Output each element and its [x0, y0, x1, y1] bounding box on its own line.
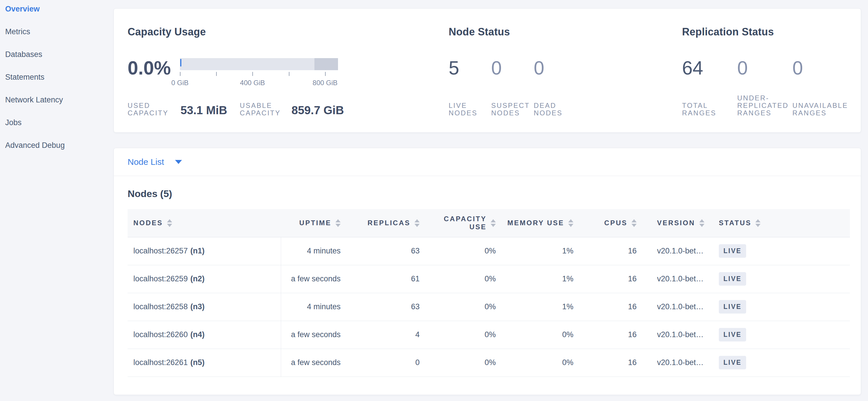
capacity-stats: USED CAPACITY 53.1 MiB USABLE CAPACITY 8…	[128, 99, 344, 117]
cluster-summary-card: Capacity Usage 0.0% 0 GiB 400 GiB 800 Gi…	[114, 8, 861, 133]
uptime-cell: a few seconds	[281, 265, 349, 293]
sort-icon	[631, 219, 637, 227]
used-capacity-tick	[180, 59, 181, 66]
version-cell: v20.1.0-bet…	[645, 237, 711, 265]
live-nodes-label: LIVE NODES	[449, 102, 477, 117]
column-label: STATUS	[719, 219, 751, 227]
memory-use-cell: 1%	[504, 293, 582, 321]
chevron-down-icon	[175, 160, 182, 164]
table-row-node-4[interactable]: localhost:26260(n4) a few seconds 4 0% 0…	[128, 321, 850, 349]
sort-icon	[568, 219, 574, 227]
capacity-axis-labels: 0 GiB 400 GiB 800 GiB	[180, 79, 338, 87]
capacity-meter	[180, 58, 338, 70]
sidebar-item-metrics[interactable]: Metrics	[5, 25, 108, 48]
column-header-capacity-use[interactable]: CAPACITY USE	[428, 209, 504, 237]
dead-nodes-count: 0	[534, 57, 545, 79]
column-header-version[interactable]: VERSION	[645, 209, 711, 237]
version-cell: v20.1.0-bet…	[645, 321, 711, 349]
status-badge: LIVE	[719, 300, 746, 314]
capacity-used-percent: 0.0%	[128, 57, 171, 79]
replication-status-section: Replication Status 64 0 0 TOTAL RANGES U…	[682, 9, 855, 132]
column-header-uptime[interactable]: UPTIME	[281, 209, 349, 237]
sidebar-item-network-latency[interactable]: Network Latency	[5, 93, 108, 116]
column-label: CPUS	[604, 219, 627, 227]
table-row-node-3[interactable]: localhost:26258(n3) 4 minutes 63 0% 1% 1…	[128, 293, 850, 321]
capacity-use-cell: 0%	[428, 349, 504, 376]
replicas-cell: 4	[349, 321, 428, 349]
unavailable-ranges-count: 0	[793, 57, 803, 79]
suspect-nodes-label: SUSPECT NODES	[491, 102, 530, 117]
capacity-use-cell: 0%	[428, 265, 504, 293]
column-header-nodes[interactable]: NODES	[128, 209, 281, 237]
cpus-cell: 16	[582, 349, 645, 376]
nodes-heading: Nodes (5)	[128, 188, 847, 199]
live-nodes-count: 5	[449, 57, 459, 79]
replicas-cell: 61	[349, 265, 428, 293]
capacity-usage-title: Capacity Usage	[128, 26, 206, 38]
node-address-link[interactable]: localhost:26258	[133, 302, 188, 311]
uptime-cell: a few seconds	[281, 321, 349, 349]
node-list-dropdown[interactable]: Node List	[114, 148, 861, 176]
node-id: (n5)	[190, 358, 205, 367]
cpus-cell: 16	[582, 293, 645, 321]
node-id: (n2)	[190, 275, 205, 283]
total-ranges-label: TOTAL RANGES	[682, 102, 716, 117]
memory-use-cell: 1%	[504, 265, 582, 293]
node-list-dropdown-label: Node List	[128, 157, 164, 167]
capacity-meter-other-segment	[314, 58, 338, 70]
capacity-use-cell: 0%	[428, 321, 504, 349]
column-header-cpus[interactable]: CPUS	[582, 209, 645, 237]
nodes-card: Node List Nodes (5) NODES UPTIME REPLIC	[114, 148, 861, 395]
table-row-node-1[interactable]: localhost:26257(n1) 4 minutes 63 0% 1% 1…	[128, 237, 850, 265]
uptime-cell: 4 minutes	[281, 293, 349, 321]
column-header-memory-use[interactable]: MEMORY USE	[504, 209, 582, 237]
replicas-cell: 63	[349, 237, 428, 265]
sidebar-item-databases[interactable]: Databases	[5, 48, 108, 70]
column-label: CAPACITY USE	[436, 215, 487, 231]
column-label: REPLICAS	[368, 219, 410, 227]
version-cell: v20.1.0-bet…	[645, 349, 711, 376]
version-cell: v20.1.0-bet…	[645, 265, 711, 293]
sort-icon	[699, 219, 705, 227]
node-address-link[interactable]: localhost:26257	[133, 247, 188, 255]
sort-icon	[414, 219, 420, 227]
sidebar-item-advanced-debug[interactable]: Advanced Debug	[5, 139, 108, 161]
uptime-cell: a few seconds	[281, 349, 349, 376]
column-header-replicas[interactable]: REPLICAS	[349, 209, 428, 237]
unavailable-ranges-label: UNAVAILABLE RANGES	[793, 102, 848, 117]
sidebar: Overview Metrics Databases Statements Ne…	[0, 2, 108, 161]
axis-label-800gib: 800 GiB	[313, 79, 338, 87]
nodes-table-header-row: NODES UPTIME REPLICAS CAPACITY USE MEMOR…	[128, 209, 850, 237]
sidebar-item-overview[interactable]: Overview	[5, 2, 108, 25]
column-header-status[interactable]: STATUS	[711, 209, 850, 237]
suspect-nodes-count: 0	[491, 57, 502, 79]
replicas-cell: 63	[349, 293, 428, 321]
column-label: VERSION	[657, 219, 695, 227]
sidebar-item-jobs[interactable]: Jobs	[5, 116, 108, 139]
cpus-cell: 16	[582, 321, 645, 349]
node-address-link[interactable]: localhost:26261	[133, 358, 188, 367]
column-label: MEMORY USE	[507, 219, 564, 227]
table-row-node-5[interactable]: localhost:26261(n5) a few seconds 0 0% 0…	[128, 349, 850, 376]
node-id: (n4)	[190, 330, 205, 339]
status-badge: LIVE	[719, 356, 746, 369]
usable-capacity-label: USABLE CAPACITY	[240, 102, 282, 117]
column-label: NODES	[133, 219, 163, 227]
axis-label-0gib: 0 GiB	[171, 79, 189, 87]
used-capacity-label: USED CAPACITY	[128, 102, 171, 117]
memory-use-cell: 1%	[504, 237, 582, 265]
capacity-use-cell: 0%	[428, 237, 504, 265]
version-cell: v20.1.0-bet…	[645, 293, 711, 321]
sort-icon	[335, 219, 341, 227]
memory-use-cell: 0%	[504, 349, 582, 376]
sidebar-item-statements[interactable]: Statements	[5, 70, 108, 93]
node-address-link[interactable]: localhost:26260	[133, 330, 188, 339]
sort-icon	[491, 219, 496, 227]
node-status-section: Node Status 5 0 0 LIVE NODES SUSPECT NOD…	[449, 9, 667, 132]
status-badge: LIVE	[719, 272, 746, 286]
cpus-cell: 16	[582, 265, 645, 293]
capacity-axis	[180, 72, 338, 76]
node-address-link[interactable]: localhost:26259	[133, 275, 188, 283]
table-row-node-2[interactable]: localhost:26259(n2) a few seconds 61 0% …	[128, 265, 850, 293]
capacity-use-cell: 0%	[428, 293, 504, 321]
